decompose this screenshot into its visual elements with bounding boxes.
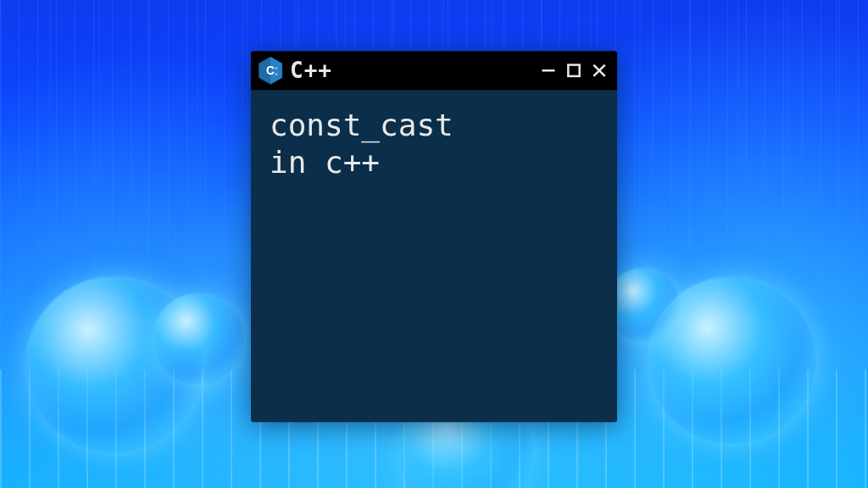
terminal-window: C + + C++ const_cast in c++ [251,51,617,422]
svg-text:C: C [266,64,275,77]
window-controls [539,61,609,80]
content-line-2: in c++ [270,145,380,180]
minimize-icon[interactable] [539,61,558,80]
svg-rect-6 [568,65,579,76]
svg-text:+: + [275,65,278,70]
maximize-icon[interactable] [565,61,583,80]
cpp-hexagon-icon: C + + [258,56,283,85]
svg-text:+: + [275,71,278,76]
titlebar[interactable]: C + + C++ [251,51,617,90]
window-title: C++ [290,58,332,83]
title-left: C + + C++ [258,56,332,85]
glow-orb [153,293,246,386]
background-scene: C + + C++ const_cast in c++ [0,0,868,488]
content-line-1: const_cast [270,108,453,142]
close-icon[interactable] [590,61,609,80]
terminal-body: const_cast in c++ [251,90,617,422]
